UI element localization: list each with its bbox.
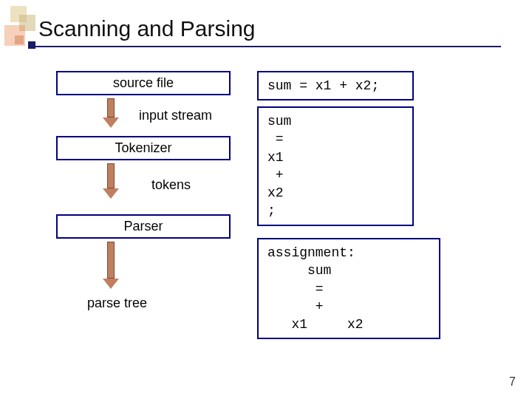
arrow-down-icon <box>107 242 115 289</box>
flow-label-input-stream: input stream <box>139 108 212 123</box>
slide-title: Scanning and Parsing <box>38 16 256 41</box>
title-underline <box>35 46 501 47</box>
stage-source-file: source file <box>56 71 231 95</box>
arrow-down-icon <box>107 163 115 199</box>
stage-tokenizer: Tokenizer <box>56 136 231 160</box>
underline-tick <box>28 41 35 49</box>
deco-square <box>15 35 24 44</box>
arrow-down-icon <box>107 98 115 128</box>
code-parse-block: assignment: sum = + x1 x2 <box>257 238 440 339</box>
code-source-line: sum = x1 + x2; <box>257 71 414 100</box>
code-tokens-block: sum = x1 + x2 ; <box>257 106 414 226</box>
stage-parser: Parser <box>56 214 231 239</box>
flow-label-parse-tree: parse tree <box>87 296 147 311</box>
page-number: 7 <box>509 375 516 389</box>
flow-label-tokens: tokens <box>151 177 191 193</box>
